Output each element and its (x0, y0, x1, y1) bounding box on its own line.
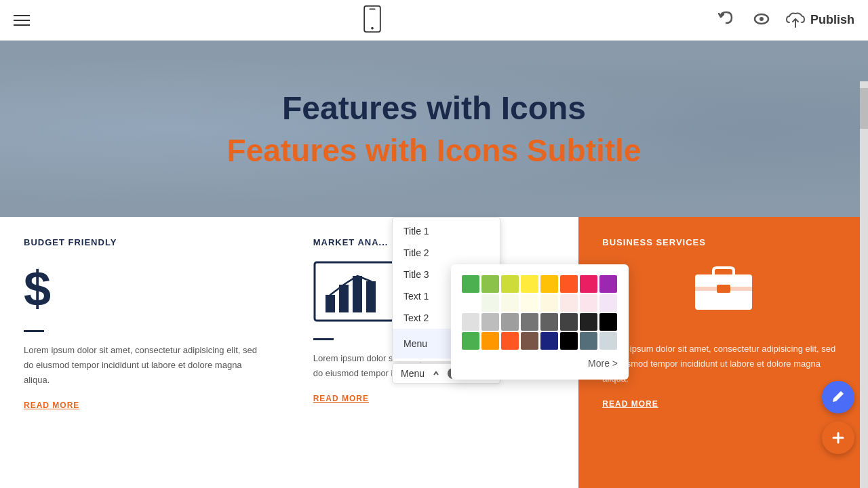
read-more-business[interactable]: READ MORE (602, 399, 658, 409)
color-swatch[interactable] (599, 313, 617, 331)
color-swatch[interactable] (462, 313, 479, 331)
briefcase-icon (602, 261, 844, 315)
undo-icon[interactable] (715, 8, 737, 33)
color-swatch[interactable] (501, 313, 519, 331)
color-grid (462, 275, 618, 350)
publish-label: Publish (810, 13, 854, 27)
svg-point-1 (372, 26, 374, 29)
color-picker: More > (451, 264, 629, 380)
color-swatch[interactable] (521, 332, 538, 350)
color-swatch[interactable] (521, 294, 538, 312)
fab-edit-button[interactable] (822, 381, 854, 413)
topbar-center (363, 5, 382, 35)
hamburger-menu-icon[interactable] (14, 15, 30, 26)
hero-background (0, 41, 868, 217)
svg-rect-8 (339, 285, 349, 312)
color-swatch[interactable] (481, 313, 499, 331)
topbar-right: Publish (715, 8, 854, 33)
color-swatch[interactable] (560, 313, 578, 331)
color-swatch[interactable] (501, 294, 519, 312)
read-more-budget[interactable]: READ MORE (24, 401, 79, 410)
color-swatch[interactable] (560, 332, 578, 350)
color-swatch[interactable] (560, 275, 578, 293)
menu-bar-label: Menu (401, 368, 425, 379)
color-swatch[interactable] (540, 313, 558, 331)
dropdown-item-title2[interactable]: Title 2 (393, 242, 500, 264)
card-text-business: Lorem ipsum dolor sit amet, consectetur … (602, 342, 844, 386)
hero-section: Features with Icons Features with Icons … (0, 41, 868, 217)
color-swatch[interactable] (580, 332, 597, 350)
color-swatch[interactable] (580, 313, 597, 331)
svg-rect-10 (366, 281, 376, 312)
hero-subtitle: Features with Icons Subtitle (227, 132, 642, 169)
topbar: Publish (0, 0, 868, 41)
chevron-up-icon (433, 370, 439, 377)
card-text-budget: Lorem ipsum dolor sit amet, consectetur … (24, 343, 266, 388)
card-title-business: BUSINESS SERVICES (602, 237, 844, 247)
color-swatch[interactable] (599, 275, 617, 293)
color-swatch[interactable] (540, 332, 558, 350)
color-swatch[interactable] (599, 294, 617, 312)
scrollbar[interactable] (860, 81, 868, 488)
color-swatch[interactable] (462, 332, 479, 350)
publish-button[interactable]: Publish (786, 11, 854, 30)
dropdown-menu-label: Menu (403, 338, 427, 349)
color-swatch[interactable] (462, 294, 479, 312)
color-swatch[interactable] (481, 294, 499, 312)
hero-title: Features with Icons (282, 89, 586, 127)
color-swatch[interactable] (501, 332, 519, 350)
scrollbar-thumb[interactable] (860, 88, 868, 129)
color-swatch[interactable] (599, 332, 617, 350)
color-swatch[interactable] (481, 332, 499, 350)
dollar-icon: $ (24, 261, 266, 317)
svg-rect-7 (326, 295, 335, 312)
main-content: Features with Icons Features with Icons … (0, 41, 868, 488)
more-colors-button[interactable]: More > (462, 358, 618, 369)
svg-rect-13 (717, 285, 730, 293)
color-swatch[interactable] (521, 275, 538, 293)
color-swatch[interactable] (580, 275, 597, 293)
color-swatch[interactable] (481, 275, 499, 293)
preview-eye-icon[interactable] (751, 8, 772, 33)
read-more-market[interactable]: READ MORE (313, 394, 369, 403)
fab-add-button[interactable] (822, 422, 854, 454)
color-swatch[interactable] (560, 294, 578, 312)
dropdown-item-title1[interactable]: Title 1 (393, 220, 500, 242)
color-swatch[interactable] (521, 313, 538, 331)
card-divider-budget (24, 330, 44, 332)
topbar-left (14, 15, 30, 26)
svg-rect-9 (353, 276, 362, 312)
card-title-budget: BUDGET FRIENDLY (24, 237, 266, 247)
color-swatch[interactable] (462, 275, 479, 293)
mobile-preview-icon[interactable] (363, 5, 382, 35)
color-swatch[interactable] (580, 294, 597, 312)
color-swatch[interactable] (540, 275, 558, 293)
card-budget-friendly: BUDGET FRIENDLY $ Lorem ipsum dolor sit … (0, 217, 290, 488)
color-swatch[interactable] (501, 275, 519, 293)
color-swatch[interactable] (540, 294, 558, 312)
card-divider-market (313, 338, 334, 340)
svg-point-4 (760, 17, 764, 21)
